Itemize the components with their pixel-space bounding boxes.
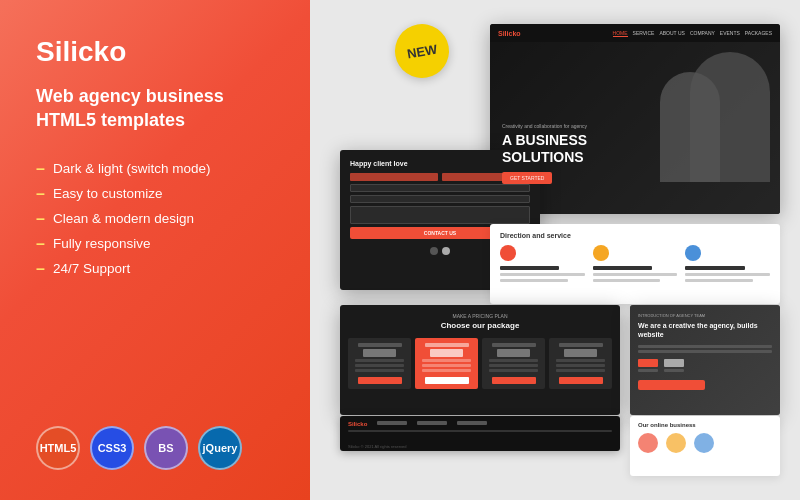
- service-desc2: [500, 279, 568, 282]
- service-desc2: [685, 279, 753, 282]
- online-icon: [666, 433, 686, 453]
- template-logo: Silicko: [498, 30, 521, 37]
- plan-feature: [489, 359, 539, 362]
- template-nav-item: PACKAGES: [745, 30, 772, 37]
- service-icon: [593, 245, 609, 261]
- plan-button: [358, 377, 402, 384]
- carousel-dot-active: [442, 247, 450, 255]
- bullet-icon: –: [36, 186, 45, 202]
- stat-label: [664, 369, 684, 372]
- figure-group: [640, 52, 770, 192]
- service-desc: [685, 273, 770, 276]
- template-nav-items: HOME SERVICE ABOUT US COMPANY EVENTS PAC…: [613, 30, 772, 37]
- pricing-col-premium: [482, 338, 545, 389]
- plan-button: [425, 377, 469, 384]
- template-nav: Silicko HOME SERVICE ABOUT US COMPANY EV…: [490, 24, 780, 42]
- service-desc: [593, 273, 678, 276]
- service-icon: [500, 245, 516, 261]
- hero-small-text: Creativity and collaboration for agency: [502, 123, 587, 129]
- feature-item: –24/7 Support: [36, 261, 274, 277]
- plan-name: [492, 343, 536, 347]
- template-mockup: Silicko HOME SERVICE ABOUT US COMPANY EV…: [340, 10, 780, 500]
- plan-name: [425, 343, 469, 347]
- service-desc: [500, 273, 585, 276]
- left-panel: Silicko Web agency business HTML5 templa…: [0, 0, 310, 500]
- about-heading: We are a creative the agency, builds web…: [638, 321, 772, 339]
- online-icon: [638, 433, 658, 453]
- plan-feature: [355, 359, 405, 362]
- service-name: [500, 266, 559, 270]
- plan-feature: [422, 364, 472, 367]
- carousel-dot: [430, 247, 438, 255]
- plan-button: [559, 377, 603, 384]
- template-nav-item: ABOUT US: [659, 30, 684, 37]
- about-cta-button: [638, 380, 705, 390]
- footer-logo: Silicko: [348, 421, 367, 427]
- template-pricing: MAKE A PRICING PLAN Choose our package: [340, 305, 620, 415]
- footer-col-title: [377, 421, 407, 425]
- template-nav-item: SERVICE: [633, 30, 655, 37]
- form-input-phone: [350, 195, 530, 203]
- css3-badge: CSS3: [90, 426, 134, 470]
- plan-feature: [556, 364, 606, 367]
- jquery-badge: jQuery: [198, 426, 242, 470]
- form-submit-label: CONTACT US: [424, 230, 456, 236]
- plan-feature: [556, 359, 606, 362]
- footer-col-title: [417, 421, 447, 425]
- plan-feature: [422, 359, 472, 362]
- plan-feature: [355, 364, 405, 367]
- plan-price: [363, 349, 396, 357]
- hero-cta-button: GET STARTED: [502, 172, 552, 184]
- about-stats: [638, 359, 772, 372]
- plan-feature: [355, 369, 405, 372]
- html5-badge: HTML5: [36, 426, 80, 470]
- plan-feature: [422, 369, 472, 372]
- footer-copyright: Silicko © 2021 All rights reserved: [348, 444, 407, 449]
- about-line: [638, 345, 772, 348]
- service-item: [685, 245, 770, 282]
- service-name: [685, 266, 744, 270]
- template-nav-item: EVENTS: [720, 30, 740, 37]
- pricing-small-text: MAKE A PRICING PLAN: [348, 313, 612, 319]
- hero-big-text: A BUSINESS SOLUTIONS: [502, 132, 587, 166]
- about-small-text: INTRODUCTION OF AGENCY TEAM: [638, 313, 772, 318]
- bullet-icon: –: [36, 261, 45, 277]
- tech-badges: HTML5 CSS3 BS jQuery: [36, 426, 274, 470]
- plan-name: [559, 343, 603, 347]
- hero-text-block: Creativity and collaboration for agency …: [502, 123, 587, 184]
- product-subtitle: Web agency business HTML5 templates: [36, 84, 274, 133]
- template-footer: Silicko Silicko © 2021 All rights reserv…: [340, 416, 620, 451]
- plan-name: [358, 343, 402, 347]
- service-desc2: [593, 279, 661, 282]
- form-input-name: [350, 173, 438, 181]
- right-panel: NEW Silicko HOME SERVICE ABOUT US COMPAN…: [310, 0, 800, 500]
- feature-item: –Easy to customize: [36, 186, 274, 202]
- online-icons: [638, 433, 772, 453]
- plan-feature: [489, 364, 539, 367]
- services-title: Direction and service: [500, 232, 770, 239]
- form-input-message: [350, 184, 530, 192]
- bootstrap-badge: BS: [144, 426, 188, 470]
- pricing-col-standard: [415, 338, 478, 389]
- plan-feature: [556, 369, 606, 372]
- service-item: [500, 245, 585, 282]
- plan-price: [564, 349, 597, 357]
- services-grid: [500, 245, 770, 282]
- bullet-icon: –: [36, 236, 45, 252]
- stat-item: [664, 359, 684, 372]
- online-title: Our online business: [638, 422, 772, 428]
- stat-label: [638, 369, 658, 372]
- footer-col-title: [457, 421, 487, 425]
- pricing-columns: [348, 338, 612, 389]
- stat-item: [638, 359, 658, 372]
- service-item: [593, 245, 678, 282]
- footer-divider: [348, 430, 612, 432]
- stat-number: [638, 359, 658, 367]
- footer-top: Silicko: [348, 421, 612, 427]
- plan-feature: [489, 369, 539, 372]
- plan-price: [430, 349, 463, 357]
- pricing-heading: Choose our package: [348, 321, 612, 330]
- feature-item: –Fully responsive: [36, 236, 274, 252]
- figure-silhouette-1: [690, 52, 770, 182]
- form-textarea: [350, 206, 530, 224]
